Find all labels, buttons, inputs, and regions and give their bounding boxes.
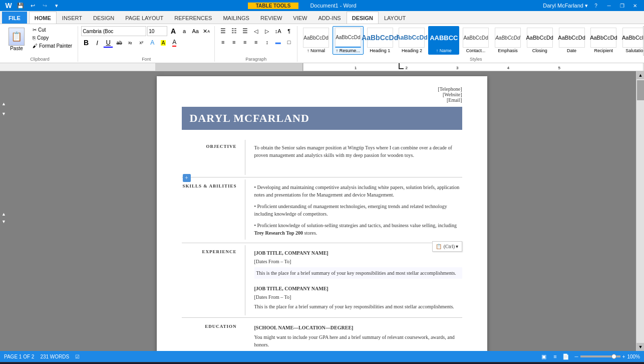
restore-btn[interactable]: ❐	[617, 2, 627, 10]
skills-content[interactable]: • Developing and maintaining competitive…	[248, 179, 462, 241]
multilevel-btn[interactable]: ☰	[240, 26, 250, 36]
subscript-btn[interactable]: x₂	[125, 38, 135, 48]
experience-content[interactable]: 📋 (Ctrl) ▾ [JOB TITLE, COMPANY NAME] [Da…	[248, 245, 462, 315]
paste-button[interactable]: 📋 Paste	[5, 26, 28, 53]
bold-btn[interactable]: B	[81, 38, 91, 48]
tab-insert[interactable]: INSERT	[57, 12, 88, 24]
style-resume[interactable]: AaBbCcDd ↑ Resume...	[333, 26, 364, 55]
education-content[interactable]: [SCHOOL NAME—LOCATION—DEGREE] You might …	[248, 320, 462, 351]
tab-page-layout[interactable]: PAGE LAYOUT	[120, 12, 169, 24]
clear-formatting-btn[interactable]: ✕A	[201, 26, 211, 36]
underline-btn[interactable]: U	[103, 38, 113, 48]
zoom-thumb[interactable]	[611, 354, 616, 359]
font-size-input[interactable]	[147, 26, 167, 36]
zoom-in-btn[interactable]: +	[622, 354, 625, 359]
scroll-track[interactable]	[636, 79, 644, 343]
tab-review[interactable]: REVIEW	[255, 12, 287, 24]
style-h2[interactable]: AaBbCcDd Heading 2	[397, 26, 428, 55]
numbering-btn[interactable]: ☷	[229, 26, 239, 36]
undo-btn[interactable]: ↩	[28, 1, 37, 10]
style-salutation[interactable]: AaBbCcDd Salutation	[620, 26, 644, 55]
ctrl-popup[interactable]: 📋 (Ctrl) ▾	[432, 241, 462, 252]
quick-access-dropdown[interactable]: ▾	[52, 1, 61, 10]
align-left-btn[interactable]: ≡	[218, 37, 228, 47]
contact-email: [Email]	[182, 97, 462, 103]
style-name[interactable]: AABBCC ↑ Name	[428, 26, 459, 55]
save-quick-btn[interactable]: 💾	[16, 1, 25, 10]
ruler-mark-1: 1	[355, 66, 357, 70]
shrink-font-btn[interactable]: a	[179, 26, 189, 36]
collapse-arrow2[interactable]: ▼	[0, 219, 8, 224]
show-marks-btn[interactable]: ¶	[284, 26, 294, 36]
tab-design2[interactable]: DESIGN	[347, 12, 379, 24]
change-case-btn[interactable]: Aa	[190, 26, 200, 36]
right-scrollbar[interactable]: ▲ ▼	[636, 71, 644, 351]
font-name-input[interactable]	[81, 26, 146, 36]
decrease-indent-btn[interactable]: ◁	[251, 26, 261, 36]
style-date[interactable]: AaBbCcDd Date	[556, 26, 587, 55]
tab-add-ins[interactable]: ADD-INS	[312, 12, 346, 24]
sort-btn[interactable]: ↕A	[273, 26, 283, 36]
cut-button[interactable]: ✂ Cut	[30, 26, 75, 34]
document-page[interactable]: [Telephone] [Website] [Email] DARYL MCFA…	[157, 76, 487, 351]
tab-mailings[interactable]: MAILINGS	[217, 12, 255, 24]
style-contact[interactable]: AaBbCcDd Contact...	[460, 26, 491, 55]
user-name[interactable]: Daryl McFarland ▾	[543, 3, 588, 9]
text-effects-btn[interactable]: A	[147, 38, 157, 48]
line-space-btn[interactable]: ↕	[262, 37, 272, 47]
bullets-btn[interactable]: ☰	[218, 26, 228, 36]
font-row-2: B I U ab x₂ x² A A A	[81, 38, 179, 48]
add-content-btn[interactable]: +	[183, 174, 191, 182]
zoom-slider[interactable]	[580, 355, 620, 357]
collapse-arrow[interactable]: ▲	[0, 212, 8, 217]
italic-btn[interactable]: I	[92, 38, 102, 48]
document-container[interactable]: [Telephone] [Website] [Email] DARYL MCFA…	[8, 71, 636, 351]
proofing-icon[interactable]: ☑	[75, 354, 80, 359]
grow-font-btn[interactable]: A	[168, 26, 178, 36]
align-right-btn[interactable]: ≡	[240, 37, 250, 47]
superscript-btn[interactable]: x²	[136, 38, 146, 48]
help-btn[interactable]: ?	[591, 2, 601, 10]
style-closing[interactable]: AaBbCcDd Closing	[524, 26, 555, 55]
scroll-thumb[interactable]	[637, 80, 644, 100]
style-normal[interactable]: AaBbCcDd ↑ Normal	[300, 26, 332, 55]
font-color-btn[interactable]: A	[169, 38, 179, 48]
tab-design[interactable]: DESIGN	[88, 12, 120, 24]
read-mode-btn[interactable]: ≡	[550, 352, 559, 361]
close-btn[interactable]: ✕	[630, 2, 640, 10]
tab-references[interactable]: REFERENCES	[169, 12, 217, 24]
zoom-out-btn[interactable]: ─	[574, 354, 578, 359]
scroll-up-arrow[interactable]: ▲	[0, 101, 8, 106]
highlight-btn[interactable]: A	[158, 38, 168, 48]
justify-btn[interactable]: ≡	[251, 37, 261, 47]
style-date-label: Date	[567, 48, 576, 53]
copy-button[interactable]: ⎘ Copy	[30, 34, 75, 42]
web-layout-btn[interactable]: 📄	[561, 352, 570, 361]
education-divider	[242, 320, 248, 351]
tab-home[interactable]: HOME	[29, 12, 57, 24]
scroll-up-btn[interactable]: ▲	[636, 71, 644, 79]
strikethrough-btn[interactable]: ab	[114, 38, 124, 48]
redo-btn[interactable]: ↪	[40, 1, 49, 10]
shading-btn[interactable]: ▬	[273, 37, 283, 47]
scroll-down-btn[interactable]: ▼	[636, 343, 644, 351]
center-btn[interactable]: ≡	[229, 37, 239, 47]
style-h1[interactable]: AaBbCcDd Heading 1	[365, 26, 396, 55]
main-area: ▲ ▼ ▲ ▼ [Telephone] [Website] [Email] DA…	[0, 71, 644, 351]
ribbon-tabs: FILE HOME INSERT DESIGN PAGE LAYOUT REFE…	[0, 11, 644, 24]
print-layout-btn[interactable]: ▣	[539, 352, 548, 361]
minimize-btn[interactable]: ─	[604, 2, 614, 10]
objective-content[interactable]: To obtain the Senior sales manager posit…	[248, 140, 462, 175]
tab-marker[interactable]	[399, 63, 404, 69]
style-recipient[interactable]: AaBbCcDd Recipient	[588, 26, 619, 55]
style-emphasis[interactable]: AaBbCcDd Emphasis	[492, 26, 523, 55]
tab-view[interactable]: VIEW	[287, 12, 312, 24]
status-right: ▣ ≡ 📄 ─ + 100%	[539, 352, 640, 361]
format-painter-button[interactable]: 🖌 Format Painter	[30, 42, 75, 50]
increase-indent-btn[interactable]: ▷	[262, 26, 272, 36]
tab-layout[interactable]: LAYOUT	[379, 12, 411, 24]
style-date-preview: AaBbCcDd	[559, 28, 585, 48]
border-btn[interactable]: □	[284, 37, 294, 47]
tab-file[interactable]: FILE	[2, 12, 27, 24]
scroll-down-arrow[interactable]: ▼	[0, 111, 8, 116]
